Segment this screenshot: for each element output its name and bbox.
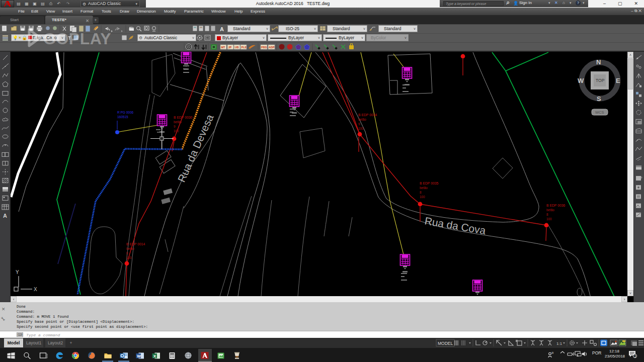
svg-text:betão: betão [546,208,554,212]
svg-text:W: W [578,77,584,84]
svg-text:PBS: PBS [261,46,267,49]
svg-text:B EDP 0030: B EDP 0030 [174,116,193,119]
svg-text:MT: MT [221,46,226,49]
svg-text:100: 100 [174,129,179,133]
svg-text:GOPLAY: GOPLAY [43,30,111,48]
svg-text:1:1: 1:1 [556,341,562,346]
svg-text:E: E [616,77,620,84]
svg-text:8: 8 [546,213,548,216]
svg-text:N: N [596,58,601,66]
svg-text:100: 100 [546,217,552,221]
svg-text:A: A [3,213,7,219]
svg-text:100: 100 [358,127,364,130]
svg-text:23/05/2018: 23/05/2018 [605,354,625,358]
svg-text:8: 8 [420,191,422,194]
svg-text:betão: betão [358,118,366,121]
svg-text:UB: UB [235,46,239,49]
svg-text:R PG 0006: R PG 0006 [117,111,134,114]
svg-text:X: X [153,354,156,358]
svg-text:betão: betão [126,247,134,250]
svg-text:WCS: WCS [595,110,604,115]
svg-text:X: X [34,287,37,292]
svg-text:160515: 160515 [117,115,128,119]
svg-text:Y: Y [16,269,19,275]
svg-text:100: 100 [126,256,132,259]
svg-text:betão: betão [174,120,182,124]
svg-text:12:18: 12:18 [609,349,620,353]
svg-text:100: 100 [420,195,425,199]
svg-text:betão: betão [420,186,428,190]
svg-text:B EDP 0014: B EDP 0014 [126,242,145,246]
svg-text:TOP: TOP [596,78,605,83]
svg-text:1: 1 [634,354,636,358]
svg-text:B EDP 0035: B EDP 0035 [420,182,439,185]
svg-text:R: R [552,351,554,354]
svg-text:9: 9 [174,125,176,128]
svg-text:9: 9 [358,122,360,126]
svg-text:B EDP 0034: B EDP 0034 [358,113,377,117]
svg-text:W: W [137,354,141,358]
svg-text:x: x [344,47,346,50]
svg-text:S: S [597,95,601,103]
svg-text:POR: POR [592,350,601,355]
svg-text:JP: JP [228,46,232,49]
svg-text:A: A [220,26,224,32]
svg-text:8: 8 [126,251,128,255]
svg-text:MODEL: MODEL [438,341,453,346]
svg-text:PLE: PLE [242,46,247,49]
svg-text:ADP: ADP [269,46,275,49]
svg-text:B EDP 0036: B EDP 0036 [546,204,566,207]
